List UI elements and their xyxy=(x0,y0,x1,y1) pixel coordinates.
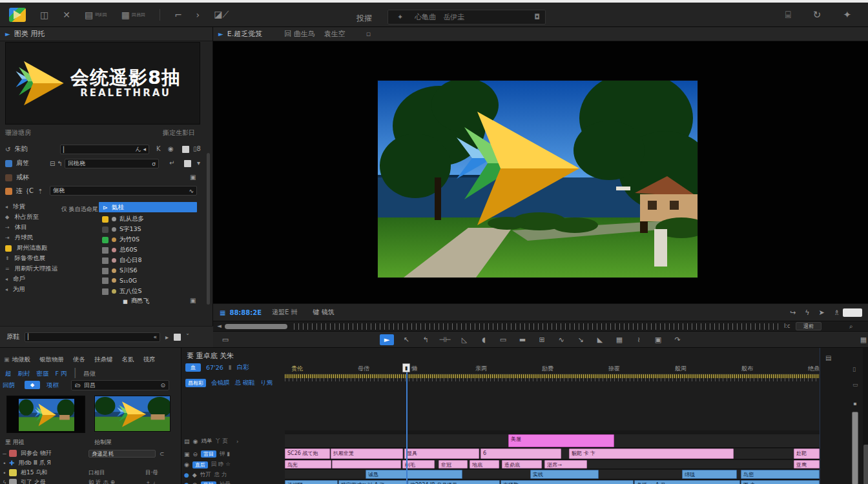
timeline-clip[interactable]: 美屋 xyxy=(508,434,614,447)
selection-tool[interactable]: ► xyxy=(380,334,394,345)
track-toggle-icon[interactable]: ● xyxy=(184,481,189,484)
timeline-clip[interactable]: SC26 战て炮 xyxy=(285,449,330,459)
monitor-tab2-label[interactable]: 回 曲生鸟 xyxy=(284,29,315,39)
timecode-value[interactable]: 88:88:2E xyxy=(229,309,262,316)
quick-link-3[interactable]: F 丙 xyxy=(56,370,67,377)
track-name-badge[interactable]: 马袖 xyxy=(201,481,216,484)
project-tab-1[interactable]: 银散物册 xyxy=(39,356,64,364)
track-header-A1[interactable]: ●◆竹丌忠 力 xyxy=(184,470,282,479)
track-select-tool[interactable]: ↖ xyxy=(399,334,413,345)
bin-item-row[interactable]: •✚用db Ⅲ 爪 Я xyxy=(0,458,181,468)
dropdown-item[interactable]: 乱从总多 xyxy=(102,215,198,223)
app-logo-icon[interactable] xyxy=(9,8,26,22)
timeline-clip[interactable]: 惠楼敦 xyxy=(501,480,634,484)
export-button[interactable]: ✕ xyxy=(63,10,70,20)
track-toggle-icon[interactable]: ⊖ xyxy=(193,451,198,458)
reset-icon[interactable]: ↺ xyxy=(5,146,10,153)
timeline-clip[interactable]: 湛席⊸ xyxy=(544,460,587,469)
search-input[interactable]: ✦ 心亀曲 岳伊圭 ◘ xyxy=(388,10,546,25)
link-a[interactable]: 会镜膜 xyxy=(211,379,230,387)
text-tool[interactable]: ◣ xyxy=(593,334,607,345)
dropdown-arrow-icon[interactable]: ▾ xyxy=(197,159,200,166)
dropdown-item[interactable]: 五八位S xyxy=(102,287,198,296)
quick-link-gray[interactable]: 昌做 xyxy=(83,370,96,377)
timeline-clip[interactable]: 岛您 xyxy=(741,470,820,479)
ellipse-tool[interactable]: ≀ xyxy=(632,334,646,345)
timeline-clip[interactable]: 购2034 J8 乌鼎绳母 xyxy=(408,480,500,484)
category-item[interactable]: =用刷听大理推运 xyxy=(5,265,57,273)
lift-icon[interactable]: ϟ xyxy=(805,308,809,317)
marker-pen-button[interactable]: ◪⟋ xyxy=(214,9,229,20)
import-media-button[interactable]: ◫ xyxy=(40,10,48,20)
quick-link-2[interactable]: 密蜃 xyxy=(37,370,49,377)
link-b[interactable]: 总 砌鞋 xyxy=(235,379,256,387)
slip-tool[interactable]: ▭ xyxy=(496,334,510,345)
category-item[interactable]: ◂珍貨 xyxy=(5,203,25,211)
panel-grip-icon[interactable]: ▭ xyxy=(218,334,232,345)
effects-panel-tab[interactable]: ► 图类 用托 xyxy=(0,27,212,41)
track-lane-V2[interactable]: SC26 战て炮扒厢韭笼显具6貌靶 卡 卞赴靶 xyxy=(285,449,820,459)
track-more-icon[interactable]: › xyxy=(236,438,238,445)
zoom-scrollbar[interactable] xyxy=(225,324,287,329)
timeline-clip[interactable]: 扒厢韭笼 xyxy=(331,449,403,459)
category-item[interactable]: ◂命戶 xyxy=(5,275,25,283)
timeline-clip[interactable]: 绵毯 xyxy=(682,470,737,479)
loop-icon[interactable]: ↪ xyxy=(790,308,796,317)
row-expand-icon[interactable]: − xyxy=(0,450,9,457)
link-c[interactable]: り焉 xyxy=(260,379,273,387)
track-name-badge[interactable]: 直后 xyxy=(192,461,208,469)
caret-down-icon[interactable]: ˇ xyxy=(186,334,189,341)
track-toggle-icon[interactable]: ◆ xyxy=(192,472,197,478)
white-box-icon[interactable] xyxy=(174,334,181,341)
timeline-clip[interactable]: 6 xyxy=(480,449,561,459)
bin-item-row[interactable]: −回参会 物幵身递足耗⊂ xyxy=(0,449,181,458)
clip-thumbnail-1[interactable] xyxy=(6,396,85,433)
timeline-clip[interactable]: 条纸 ＋ A 马 xyxy=(634,480,740,484)
dropdown-item[interactable]: S字13S xyxy=(102,225,198,234)
dropdown-selected-item[interactable]: ⊳ 氨桂 xyxy=(99,202,197,212)
panel-icon[interactable]: ▤ xyxy=(825,354,831,361)
category-item[interactable]: ⇞际鲁帝也展 xyxy=(5,254,45,263)
track-header-V3[interactable]: ▤◉鸡单丫 页› xyxy=(184,434,282,448)
playhead-handle[interactable]: ▮ xyxy=(402,363,410,372)
effects-search-input[interactable]: ▏ « xyxy=(25,332,160,342)
fit-select[interactable]: 退前 xyxy=(796,322,822,330)
track-toggle-icon[interactable]: ◍ xyxy=(192,481,198,484)
snap-icon[interactable]: ▦ xyxy=(856,334,868,345)
zoom-tool[interactable]: ↘ xyxy=(574,334,588,345)
return-icon[interactable]: ↵ xyxy=(169,159,174,166)
project-tab-4[interactable]: 名虱 xyxy=(122,356,134,364)
timeline-clip[interactable]: 韭冠 xyxy=(439,460,468,469)
timeline-clip[interactable]: 亚鹰 xyxy=(794,460,820,469)
track-toggle-icon[interactable]: ▣ xyxy=(184,451,190,458)
timeline-clip[interactable]: 违铆阴 xyxy=(285,480,338,484)
scrub-left-icon[interactable]: ◄ xyxy=(217,323,222,329)
track-lane-V1[interactable]: 鸟宪削毛韭冠地底造鼎底湛席⊸亚鹰 xyxy=(285,460,820,469)
timeline-clip[interactable]: 诚恳 xyxy=(366,470,462,479)
search-clear-icon[interactable]: ◘ xyxy=(534,13,540,21)
redo-button[interactable]: › xyxy=(196,10,200,20)
timeline-clip[interactable]: 图 之 xyxy=(741,480,820,484)
sequence-button[interactable]: 血 xyxy=(185,363,201,372)
keyframe-prev-icon[interactable]: K xyxy=(156,145,161,152)
left-panel-scrollbar[interactable] xyxy=(207,153,210,305)
sequence-title[interactable]: 要 重卓底 关朱 xyxy=(187,351,234,361)
bin-item-row[interactable]: ϟ引了 之母如 近 ホ ⊕＋ 』 xyxy=(0,478,181,484)
category-item[interactable]: ◂为用 xyxy=(5,285,25,294)
track-toggle-icon[interactable]: ● xyxy=(184,472,189,478)
swatch-icon[interactable] xyxy=(184,160,191,167)
track-lane-V3[interactable]: 美屋 xyxy=(285,434,820,448)
collapse-icon[interactable]: ▣ xyxy=(190,174,196,181)
dropdown-item[interactable]: 为竹0S xyxy=(102,236,198,244)
row-expand-icon[interactable]: • xyxy=(0,470,9,476)
hand-tool[interactable]: ∿ xyxy=(554,334,568,345)
rate-stretch-tool[interactable]: ◺ xyxy=(457,334,471,345)
category-item[interactable]: 厨州清惠殿 xyxy=(5,244,48,252)
track-header-V1[interactable]: ◉直后回 睁 ☆ xyxy=(184,460,282,469)
rotate-tool[interactable]: ↷ xyxy=(670,334,685,345)
bin-filter-button[interactable]: ◆ xyxy=(25,381,40,389)
effect-input[interactable]: 侧桡 ∿ xyxy=(50,186,197,196)
category-item[interactable]: ⇥丹球民 xyxy=(5,234,33,242)
project-tab-5[interactable]: 筏席 xyxy=(143,356,156,364)
undo-button[interactable]: ⌐ xyxy=(174,10,182,20)
